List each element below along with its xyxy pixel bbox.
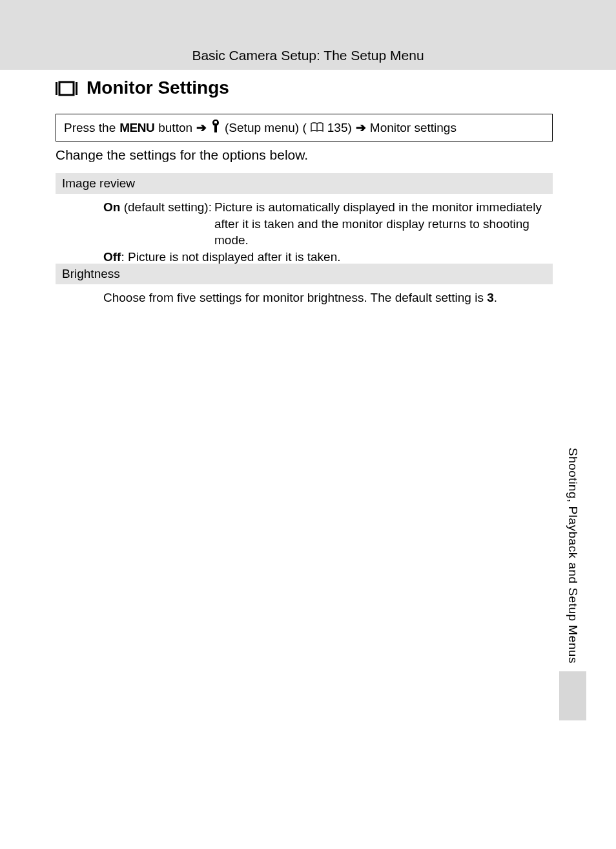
brightness-default-value: 3 xyxy=(487,291,494,304)
nav-page-ref: 135) xyxy=(327,121,352,135)
option-header: Image review xyxy=(56,173,553,194)
arrow-right-icon: ➔ xyxy=(196,120,207,135)
svg-rect-2 xyxy=(59,82,74,95)
option-brightness: Brightness Choose from five settings for… xyxy=(56,264,553,311)
option-image-review: Image review On (default setting): Pictu… xyxy=(56,173,553,271)
nav-monitor-settings: Monitor settings xyxy=(370,121,457,135)
arrow-right-icon: ➔ xyxy=(356,120,366,135)
nav-setup-menu-label: (Setup menu) ( xyxy=(225,121,307,135)
side-tab-label: Shooting, Playback and Setup Menus xyxy=(566,448,580,671)
wrench-icon xyxy=(210,120,221,136)
side-tab-block xyxy=(559,671,586,720)
option-header: Brightness xyxy=(56,264,553,284)
option-body: Choose from five settings for monitor br… xyxy=(56,284,553,311)
book-icon xyxy=(311,121,323,135)
svg-rect-1 xyxy=(76,82,77,95)
option-body: On (default setting): Picture is automat… xyxy=(56,194,553,271)
off-description: : Picture is not displayed after it is t… xyxy=(121,250,340,264)
side-tab: Shooting, Playback and Setup Menus xyxy=(559,448,586,720)
brightness-suffix: . xyxy=(494,291,497,304)
off-label: Off xyxy=(103,250,121,264)
intro-text: Change the settings for the options belo… xyxy=(56,147,308,163)
on-label: On xyxy=(103,200,120,214)
brightness-prefix: Choose from five settings for monitor br… xyxy=(103,291,487,304)
navigation-path-box: Press the MENU button ➔ (Setup menu) ( 1… xyxy=(56,114,553,142)
chapter-header: Basic Camera Setup: The Setup Menu xyxy=(0,44,616,70)
nav-press-the: Press the xyxy=(64,121,116,135)
section-title: Monitor Settings xyxy=(56,78,229,98)
section-title-text: Monitor Settings xyxy=(87,78,229,98)
monitor-icon xyxy=(56,80,77,96)
on-suffix: (default setting): xyxy=(120,200,212,214)
menu-button-label: MENU xyxy=(119,121,154,135)
on-description: Picture is automatically displayed in th… xyxy=(214,199,546,249)
nav-button-word: button xyxy=(158,121,192,135)
svg-rect-0 xyxy=(56,82,57,95)
